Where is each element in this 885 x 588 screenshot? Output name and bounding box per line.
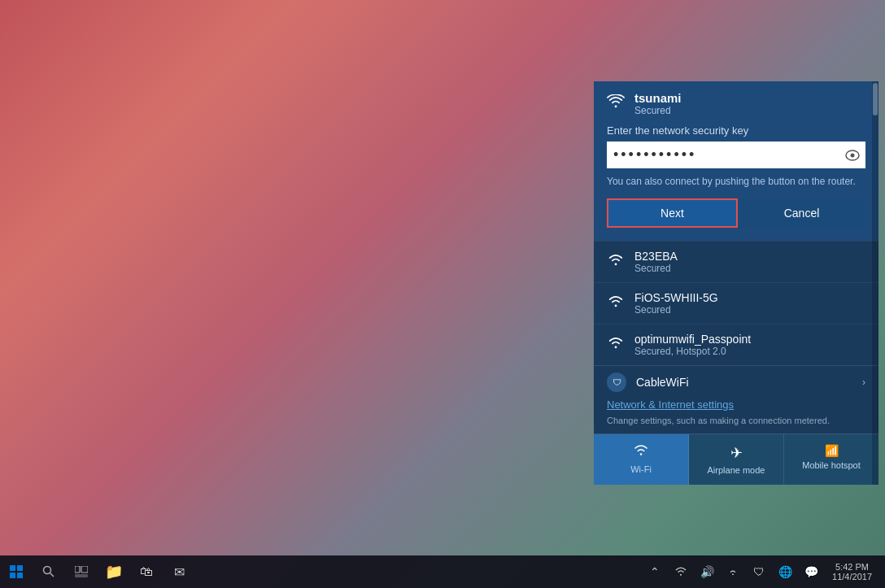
cancel-button[interactable]: Cancel bbox=[738, 198, 865, 228]
show-password-button[interactable] bbox=[839, 143, 865, 168]
svg-rect-8 bbox=[75, 566, 80, 573]
desktop: tsunami Secured Enter the network securi… bbox=[0, 0, 885, 588]
action-buttons: Next Cancel bbox=[607, 198, 865, 228]
cablewifi-name: CableWiFi bbox=[636, 376, 852, 389]
network-item-b23eba[interactable]: B23EBA Secured bbox=[594, 241, 878, 282]
task-view-button[interactable] bbox=[65, 555, 98, 588]
date-display: 11/4/2017 bbox=[832, 572, 872, 581]
quick-action-wifi[interactable]: Wi-Fi bbox=[594, 434, 689, 485]
system-clock[interactable]: 5:42 PM 11/4/2017 bbox=[826, 555, 878, 588]
svg-rect-5 bbox=[17, 573, 23, 578]
wifi-bottom: 🛡 CableWiFi › Network & Internet setting… bbox=[594, 365, 878, 485]
chevron-right-icon: › bbox=[862, 377, 865, 388]
password-row bbox=[607, 142, 865, 168]
network-tray-icon[interactable] bbox=[669, 555, 692, 588]
wifi-icon-fios bbox=[607, 294, 625, 312]
mail-button[interactable]: ✉ bbox=[163, 555, 195, 588]
cablewifi-item[interactable]: 🛡 CableWiFi › bbox=[594, 366, 878, 395]
network-item-fios[interactable]: FiOS-5WHIII-5G Secured bbox=[594, 282, 878, 324]
quick-action-airplane[interactable]: ✈ Airplane mode bbox=[689, 434, 784, 485]
hotspot-quick-icon: 📶 bbox=[825, 444, 839, 457]
expanded-network: tsunami Secured Enter the network securi… bbox=[594, 81, 878, 241]
globe-tray-icon[interactable]: 🌐 bbox=[774, 555, 796, 588]
taskbar: 📁 🛍 ✉ ⌃ 🔊 🛡 🌐 💬 bbox=[0, 555, 885, 588]
network-fios-name: FiOS-5WHIII-5G bbox=[634, 291, 865, 304]
store-button[interactable]: 🛍 bbox=[130, 555, 163, 588]
network-name: tsunami bbox=[634, 91, 682, 105]
airplane-quick-icon: ✈ bbox=[730, 444, 743, 462]
hotspot-quick-label: Mobile hotspot bbox=[802, 460, 861, 470]
quick-actions: Wi-Fi ✈ Airplane mode 📶 Mobile hotspot bbox=[594, 433, 878, 485]
svg-rect-10 bbox=[75, 574, 88, 577]
network-optimum-name: optimumwifi_Passpoint bbox=[634, 333, 865, 346]
network-settings-link[interactable]: Network & Internet settings bbox=[594, 395, 878, 416]
network-b23eba-status: Secured bbox=[634, 263, 865, 274]
router-hint: You can also connect by pushing the butt… bbox=[607, 175, 865, 189]
time-display: 5:42 PM bbox=[835, 562, 869, 572]
search-button[interactable] bbox=[33, 555, 65, 588]
next-button[interactable]: Next bbox=[607, 198, 738, 228]
wifi-tray-icon[interactable] bbox=[722, 555, 744, 588]
start-button[interactable] bbox=[0, 555, 33, 588]
airplane-quick-label: Airplane mode bbox=[708, 465, 765, 475]
wifi-icon-optimum bbox=[607, 335, 625, 354]
network-item-optimumwifi[interactable]: optimumwifi_Passpoint Secured, Hotspot 2… bbox=[594, 324, 878, 365]
settings-description: Change settings, such as making a connec… bbox=[594, 416, 878, 433]
svg-point-6 bbox=[44, 567, 51, 574]
network-status: Secured bbox=[634, 105, 682, 116]
security-tray-icon[interactable]: 🛡 bbox=[748, 555, 770, 588]
quick-action-hotspot[interactable]: 📶 Mobile hotspot bbox=[784, 434, 878, 485]
security-key-label: Enter the network security key bbox=[607, 124, 865, 137]
svg-rect-3 bbox=[17, 565, 23, 571]
network-b23eba-name: B23EBA bbox=[634, 250, 865, 263]
chevron-up-tray[interactable]: ⌃ bbox=[643, 555, 666, 588]
network-optimum-status: Secured, Hotspot 2.0 bbox=[634, 346, 865, 357]
wifi-icon-b23eba bbox=[607, 252, 625, 271]
message-tray-icon[interactable]: 💬 bbox=[800, 555, 822, 588]
cablewifi-shield-icon: 🛡 bbox=[607, 372, 626, 392]
wifi-panel: tsunami Secured Enter the network securi… bbox=[594, 81, 878, 485]
password-input[interactable] bbox=[607, 142, 839, 168]
network-fios-status: Secured bbox=[634, 304, 865, 316]
volume-tray-icon[interactable]: 🔊 bbox=[695, 555, 718, 588]
system-tray: ⌃ 🔊 🛡 🌐 💬 5:42 PM 11/4/2017 bbox=[643, 555, 885, 588]
svg-rect-2 bbox=[10, 565, 15, 571]
svg-rect-9 bbox=[81, 566, 88, 573]
wifi-quick-icon bbox=[633, 444, 649, 461]
svg-point-1 bbox=[851, 153, 855, 157]
file-explorer-button[interactable]: 📁 bbox=[98, 555, 130, 588]
wifi-quick-label: Wi-Fi bbox=[630, 464, 652, 474]
svg-line-7 bbox=[50, 573, 54, 577]
svg-rect-4 bbox=[10, 573, 15, 578]
wifi-signal-icon bbox=[607, 94, 625, 113]
